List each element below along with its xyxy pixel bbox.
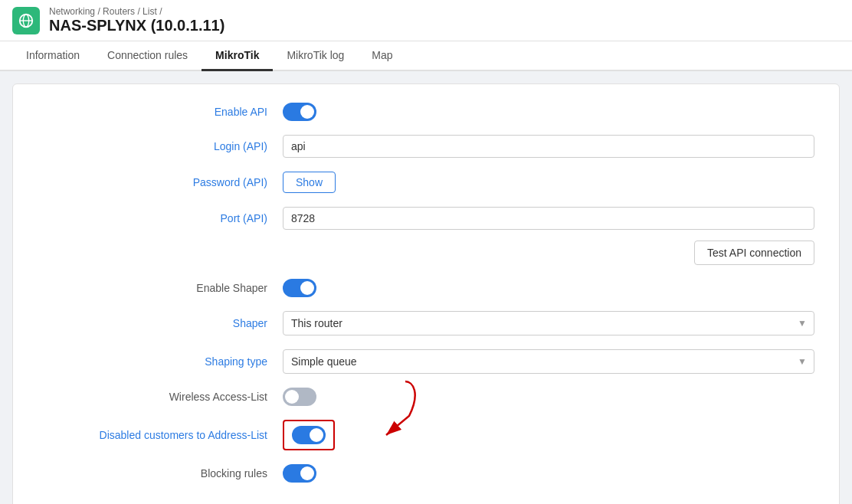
- tab-information[interactable]: Information: [12, 41, 93, 71]
- login-api-control: [283, 135, 814, 158]
- breadcrumb: Networking / Routers / List /: [49, 6, 224, 17]
- login-api-input[interactable]: [283, 135, 814, 158]
- disabled-customers-row: Disabled customers to Address-List: [38, 420, 814, 450]
- wireless-access-list-toggle[interactable]: [283, 388, 316, 406]
- shaping-type-row: Shaping type Simple queue ▼: [38, 349, 814, 374]
- disabled-customers-control: [283, 420, 814, 450]
- port-api-input[interactable]: [283, 207, 814, 230]
- blocking-rules-label: Blocking rules: [38, 467, 283, 479]
- shaper-control: This router ▼: [283, 311, 814, 335]
- app-logo: [12, 7, 40, 34]
- disabled-customers-label-wrapper: Disabled customers to Address-List: [38, 429, 283, 441]
- tab-map[interactable]: Map: [358, 41, 406, 71]
- enable-api-slider: [283, 103, 316, 121]
- blocking-rules-row: Blocking rules: [38, 464, 814, 483]
- test-api-button[interactable]: Test API connection: [694, 241, 814, 265]
- enable-api-label: Enable API: [38, 106, 283, 118]
- shaper-row: Shaper This router ▼: [38, 311, 814, 335]
- breadcrumb-networking[interactable]: Networking: [49, 6, 95, 17]
- enable-shaper-slider: [283, 279, 316, 297]
- password-api-row: Password (API) Show: [38, 172, 814, 193]
- disabled-customers-label: Disabled customers to Address-List: [100, 429, 267, 441]
- header-content: Networking / Routers / List / NAS-SPLYNX…: [49, 6, 224, 34]
- tab-connection-rules[interactable]: Connection rules: [93, 41, 202, 71]
- blocking-rules-control: [283, 464, 814, 483]
- password-api-label: Password (API): [38, 176, 283, 188]
- shaper-label: Shaper: [38, 317, 283, 329]
- enable-api-control: [283, 103, 814, 121]
- shaping-type-label: Shaping type: [38, 355, 283, 368]
- disabled-customers-slider: [292, 426, 326, 444]
- blocking-rules-slider: [283, 464, 316, 483]
- disabled-customers-highlight: [283, 420, 335, 450]
- port-api-label: Port (API): [38, 212, 283, 224]
- shaping-type-control: Simple queue ▼: [283, 349, 814, 374]
- tab-mikrotik-log[interactable]: MikroTik log: [273, 41, 358, 71]
- port-api-row: Port (API): [38, 207, 814, 230]
- login-api-row: Login (API): [38, 135, 814, 158]
- enable-api-toggle[interactable]: [283, 103, 316, 121]
- wireless-access-list-slider: [283, 388, 316, 406]
- app-header: Networking / Routers / List / NAS-SPLYNX…: [0, 0, 852, 41]
- main-content: Enable API Login (API) Password (API) Sh…: [0, 71, 852, 504]
- settings-card: Enable API Login (API) Password (API) Sh…: [12, 83, 840, 504]
- port-api-control: [283, 207, 814, 230]
- enable-shaper-toggle[interactable]: [283, 279, 316, 297]
- login-api-label: Login (API): [38, 140, 283, 152]
- breadcrumb-sep3: /: [159, 6, 162, 17]
- breadcrumb-list[interactable]: List: [143, 6, 157, 17]
- test-api-row: Test API connection: [38, 241, 814, 265]
- password-show-button[interactable]: Show: [283, 172, 336, 193]
- shaper-select[interactable]: This router: [283, 311, 814, 335]
- wireless-access-list-label: Wireless Access-List: [38, 391, 283, 403]
- enable-shaper-label: Enable Shaper: [38, 282, 283, 294]
- shaping-type-select[interactable]: Simple queue: [283, 349, 814, 374]
- password-api-control: Show: [283, 172, 814, 193]
- blocking-rules-toggle[interactable]: [283, 464, 316, 483]
- wireless-access-list-control: [283, 388, 814, 406]
- breadcrumb-routers[interactable]: Routers: [103, 6, 135, 17]
- disabled-customers-toggle[interactable]: [292, 426, 326, 444]
- page-title: NAS-SPLYNX (10.0.1.11): [49, 17, 224, 34]
- wireless-access-list-row: Wireless Access-List: [38, 388, 814, 406]
- tabs-bar: Information Connection rules MikroTik Mi…: [0, 41, 852, 71]
- enable-api-row: Enable API: [38, 103, 814, 121]
- enable-shaper-row: Enable Shaper: [38, 279, 814, 297]
- tab-mikrotik[interactable]: MikroTik: [202, 41, 273, 71]
- enable-shaper-control: [283, 279, 814, 297]
